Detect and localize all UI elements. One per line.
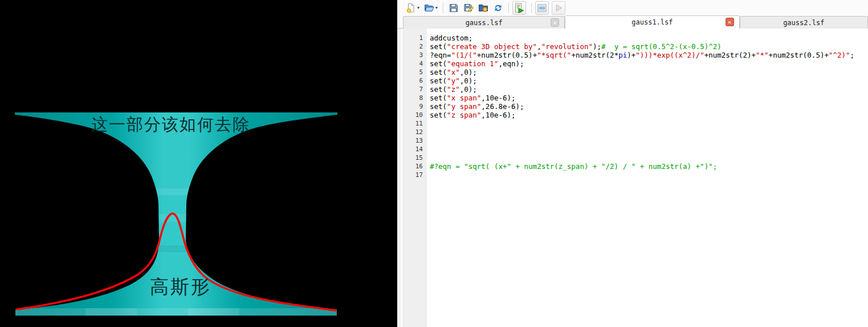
code-line: 12	[397, 128, 868, 136]
open-file-button[interactable]: ▾	[422, 1, 439, 15]
viewport-3d[interactable]: 这一部分该如何去除 高斯形	[0, 0, 397, 327]
line-number: 9	[402, 102, 427, 111]
line-number: 6	[402, 76, 427, 85]
code-line: 3?eqn="(1/("+num2str(0.5)+"*sqrt("+num2s…	[397, 51, 868, 59]
line-content: set("y span",26.8e-6);	[427, 102, 524, 111]
tab-label: gauss2.lsf	[783, 19, 824, 27]
code-line: 15	[397, 154, 868, 162]
line-content	[427, 136, 430, 145]
line-number: 13	[402, 136, 427, 145]
line-content: set("x span",10e-6);	[427, 94, 516, 102]
tab-label: gauss1.lsf	[631, 18, 673, 26]
open-folder-icon	[424, 3, 434, 13]
code-line: 6set("y",0);	[397, 76, 868, 85]
tab-gauss-lsf[interactable]: gauss.lsf✕	[403, 16, 565, 29]
save-button[interactable]	[447, 1, 461, 15]
code-line: 2set("create 3D object by","revolution")…	[397, 42, 868, 51]
toolbar-separator	[443, 3, 443, 13]
tab-close-button[interactable]: ✕	[551, 18, 559, 27]
line-content: set("z",0);	[427, 85, 477, 94]
line-content: set("y",0);	[427, 76, 477, 85]
code-line: 11	[397, 119, 868, 128]
line-number: 10	[402, 111, 427, 119]
script-view-button[interactable]	[535, 1, 549, 15]
line-number: 11	[402, 119, 427, 128]
run-script-icon	[514, 3, 524, 13]
line-number: 3	[402, 51, 427, 59]
folder-badge-icon	[478, 3, 488, 13]
code-line: 4set("equation 1",eqn);	[397, 59, 868, 68]
line-number: 1	[402, 34, 427, 42]
line-content: ?eqn="(1/("+num2str(0.5)+"*sqrt("+num2st…	[427, 51, 854, 59]
dropdown-arrow-icon[interactable]: ▾	[435, 5, 438, 10]
refresh-button[interactable]	[491, 1, 505, 15]
line-number: 12	[402, 128, 427, 136]
line-number: 4	[402, 59, 427, 68]
doc-lines-icon	[537, 3, 547, 13]
code-line: 1addcustom;	[397, 34, 868, 42]
tab-bar: gauss.lsf✕gauss1.lsf✕gauss2.lsf	[397, 15, 868, 29]
line-number: 16	[402, 162, 427, 171]
code-editor[interactable]: 1addcustom;2set("create 3D object by","r…	[397, 29, 868, 327]
line-content: set("z span",10e-6);	[427, 111, 516, 119]
line-number: 7	[402, 85, 427, 94]
code-line: 10set("z span",10e-6);	[397, 111, 868, 119]
line-number: 14	[402, 145, 427, 154]
line-content	[427, 145, 430, 154]
line-content: #?eqn = "sqrt( (x+" + num2str(z_span) + …	[427, 162, 717, 171]
tab-close-button[interactable]: ✕	[726, 18, 734, 26]
code-line: 14	[397, 145, 868, 154]
line-content	[427, 171, 430, 179]
line-content: set("create 3D object by","revolution");…	[427, 42, 722, 51]
code-line: 17	[397, 171, 868, 179]
save-as-icon	[463, 3, 474, 13]
annotation-gaussian-shape: 高斯形	[150, 274, 211, 300]
line-content	[427, 128, 430, 136]
line-content: set("x",0);	[427, 68, 477, 76]
code-line: 13	[397, 136, 868, 145]
script-folder-button[interactable]	[476, 1, 490, 15]
line-content: addcustom;	[427, 34, 472, 42]
line-number: 8	[402, 94, 427, 102]
run-script-button[interactable]	[512, 1, 526, 15]
tab-label: gauss.lsf	[466, 19, 503, 27]
refresh-icon	[493, 3, 503, 13]
dropdown-arrow-icon[interactable]: ▾	[417, 5, 419, 10]
line-number: 17	[402, 171, 427, 179]
code-line: 16#?eqn = "sqrt( (x+" + num2str(z_span) …	[397, 162, 868, 171]
line-number: 2	[402, 42, 427, 51]
new-file-icon	[406, 3, 416, 13]
tab-gauss2-lsf[interactable]: gauss2.lsf	[740, 16, 868, 29]
line-content	[427, 154, 430, 162]
code-line: 7set("z",0);	[397, 85, 868, 94]
code-line: 5set("x",0);	[397, 68, 868, 76]
run-button	[552, 1, 565, 15]
new-file-button[interactable]: ▾	[404, 1, 421, 15]
save-icon	[449, 3, 459, 13]
code-line: 8set("x span",10e-6);	[397, 94, 868, 102]
script-editor-panel: ▾▾ gauss.lsf✕gauss1.lsf✕gauss2.lsf 1addc…	[397, 0, 868, 327]
play-icon	[553, 3, 564, 13]
line-content: set("equation 1",eqn);	[427, 59, 524, 68]
line-number: 15	[402, 154, 427, 162]
line-content	[427, 119, 430, 128]
line-number: 5	[402, 68, 427, 76]
save-as-button[interactable]	[462, 1, 475, 15]
code-line: 9set("y span",26.8e-6);	[397, 102, 868, 111]
toolbar-separator	[508, 3, 509, 13]
toolbar-separator	[531, 3, 532, 13]
code-lines: 1addcustom;2set("create 3D object by","r…	[397, 29, 868, 179]
toolbar: ▾▾	[397, 0, 868, 15]
annotation-remove-part: 这一部分该如何去除	[91, 114, 250, 136]
tab-gauss1-lsf[interactable]: gauss1.lsf✕	[565, 15, 739, 29]
